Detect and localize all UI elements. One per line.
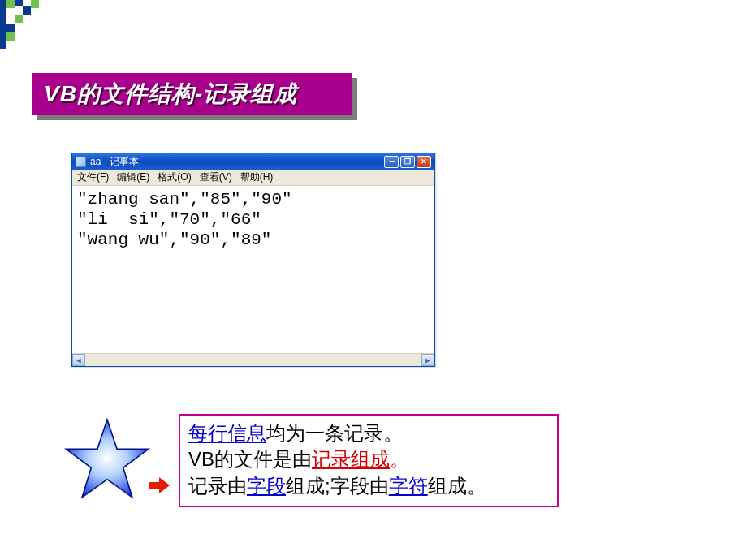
explanation-box: 每行信息均为一条记录。 VB的文件是由记录组成。 记录由字段组成;字段由字符组成… (179, 414, 559, 507)
svg-marker-10 (149, 477, 170, 493)
maximize-button[interactable]: ❐ (400, 156, 415, 168)
explanation-line-3: 记录由字段组成;字段由字符组成。 (188, 473, 549, 499)
scroll-left-icon[interactable]: ◄ (72, 354, 85, 366)
arrow-right-icon (149, 477, 170, 493)
window-controls: ━ ❐ ✕ (384, 156, 431, 168)
star-icon (63, 414, 152, 506)
minimize-button[interactable]: ━ (384, 156, 399, 168)
menu-format[interactable]: 格式(O) (158, 170, 191, 184)
menu-file[interactable]: 文件(F) (77, 170, 109, 184)
close-button[interactable]: ✕ (417, 156, 431, 168)
svg-rect-4 (15, 6, 23, 15)
slide-title-block: VB的文件结构-记录组成 (32, 73, 352, 115)
menu-view[interactable]: 查看(V) (200, 170, 232, 184)
notepad-menubar: 文件(F) 编辑(E) 格式(O) 查看(V) 帮助(H) (72, 170, 434, 186)
keyword-row-info: 每行信息 (188, 422, 266, 444)
svg-rect-5 (31, 0, 39, 8)
scroll-track[interactable] (85, 354, 421, 366)
explanation-line-1: 每行信息均为一条记录。 (188, 420, 549, 446)
keyword-char: 字符 (389, 475, 428, 497)
horizontal-scrollbar[interactable]: ◄ ► (72, 353, 434, 366)
svg-marker-9 (66, 420, 148, 498)
notepad-titlebar[interactable]: aa - 记事本 ━ ❐ ✕ (72, 153, 434, 170)
notepad-textarea[interactable]: "zhang san","85","90" "li si","70","66" … (72, 186, 434, 353)
svg-rect-0 (0, 0, 6, 49)
title-bar: VB的文件结构-记录组成 (32, 73, 352, 115)
scroll-right-icon[interactable]: ► (421, 354, 434, 366)
keyword-record: 记录组成 (312, 448, 390, 470)
svg-rect-3 (23, 6, 31, 15)
notepad-icon (76, 157, 86, 167)
menu-edit[interactable]: 编辑(E) (117, 170, 149, 184)
notepad-window-title: aa - 记事本 (90, 155, 139, 169)
keyword-field: 字段 (247, 475, 286, 497)
notepad-window: aa - 记事本 ━ ❐ ✕ 文件(F) 编辑(E) 格式(O) 查看(V) 帮… (71, 153, 435, 367)
svg-rect-6 (15, 15, 23, 23)
explanation-line-2: VB的文件是由记录组成。 (188, 446, 549, 472)
slide-title: VB的文件结构-记录组成 (44, 79, 297, 110)
menu-help[interactable]: 帮助(H) (240, 170, 274, 184)
svg-rect-1 (6, 0, 15, 8)
corner-decoration (0, 0, 49, 49)
svg-rect-7 (6, 24, 15, 32)
svg-rect-8 (6, 32, 15, 41)
